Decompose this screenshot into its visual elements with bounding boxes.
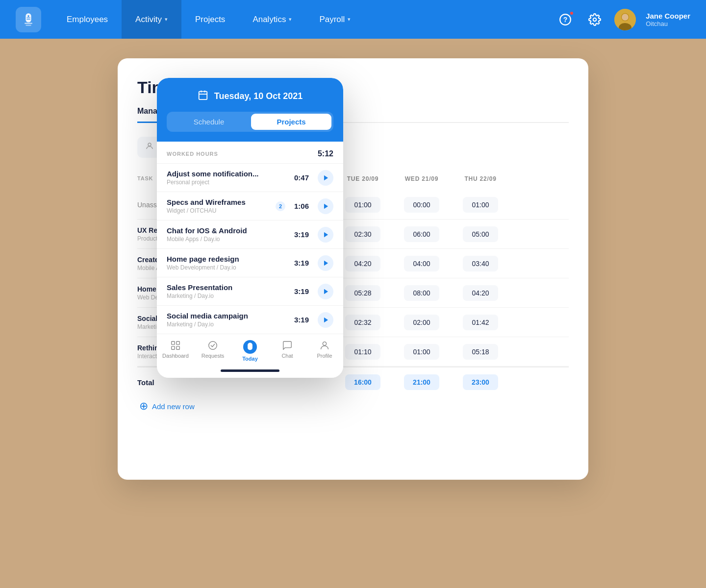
nav-projects[interactable]: Projects [181,0,239,39]
mobile-task-entry: Home page redesign Web Development / Day… [157,248,343,277]
svg-point-27 [209,342,217,350]
svg-rect-13 [199,92,207,100]
mobile-tab-schedule[interactable]: Schedule [169,114,249,130]
mobile-nav-dashboard[interactable]: Dashboard [157,340,194,362]
time-wed-2[interactable]: 06:00 [392,226,451,242]
calendar-icon [198,90,208,103]
add-icon: ⊕ [139,400,148,413]
nav-payroll[interactable]: Payroll ▾ [305,0,364,39]
total-wed: 21:00 [392,374,451,390]
mobile-overlay: Tuesday, 10 Oct 2021 Schedule Projects W… [157,78,343,378]
svg-point-2 [27,15,29,17]
mobile-tab-projects[interactable]: Projects [251,114,331,130]
nav-activity[interactable]: Activity ▾ [122,0,181,39]
analytics-chevron-icon: ▾ [289,16,292,23]
time-wed-5[interactable]: 02:00 [392,315,451,330]
svg-rect-0 [25,23,32,24]
svg-point-29 [323,342,326,345]
svg-marker-19 [324,232,328,237]
mobile-tabs: Schedule Projects [167,112,333,132]
play-button[interactable] [318,170,333,186]
play-button[interactable] [318,198,333,214]
time-thu-5[interactable]: 01:42 [451,315,510,330]
mobile-task-entry: Social media campaign Marketing / Day.io… [157,305,343,334]
help-button[interactable]: ? [555,10,575,29]
date-header-thu: THU 22/09 [451,175,510,182]
mobile-nav-requests[interactable]: Requests [194,340,231,362]
svg-marker-20 [324,260,328,266]
mobile-task-entry: Adjust some notification... Personal pro… [157,163,343,192]
settings-button[interactable] [585,10,605,29]
svg-rect-25 [172,346,175,349]
svg-marker-21 [324,289,328,294]
time-thu-2[interactable]: 05:00 [451,226,510,242]
time-thu-6[interactable]: 05:18 [451,344,510,360]
svg-point-12 [148,143,151,146]
svg-rect-23 [172,342,175,344]
home-bar [221,369,279,372]
play-button[interactable] [318,255,333,271]
time-wed-6[interactable]: 01:00 [392,344,451,360]
total-thu: 23:00 [451,374,510,390]
svg-marker-22 [324,317,328,322]
logo[interactable] [16,7,41,32]
svg-point-7 [593,18,597,21]
svg-marker-17 [324,175,328,180]
user-icon [145,142,154,153]
nav-items: Employees Activity ▾ Projects Analytics … [53,0,555,39]
mobile-bottom-nav: Dashboard Requests Today [157,334,343,366]
avatar[interactable] [614,9,636,30]
home-indicator [157,366,343,378]
mobile-header: Tuesday, 10 Oct 2021 Schedule Projects [157,78,343,142]
mobile-task-entry: Sales Presentation Marketing / Day.io 3:… [157,277,343,305]
total-tue: 16:00 [333,374,392,390]
activity-chevron-icon: ▾ [165,16,168,23]
nav-analytics[interactable]: Analytics ▾ [239,0,305,39]
svg-point-11 [622,14,629,21]
mobile-task-entry: Specs and Wireframes Widget / OITCHAU 2 … [157,192,343,220]
add-row-button[interactable]: ⊕ Add new row [137,400,569,413]
svg-marker-18 [324,203,328,209]
nav-employees[interactable]: Employees [53,0,122,39]
svg-rect-26 [176,346,179,349]
date-header-wed: WED 21/09 [392,175,451,182]
time-wed-3[interactable]: 04:00 [392,256,451,271]
user-info: Jane Cooper Oitchau [646,12,690,27]
nav-right: ? Jane Cooper Oitchau [555,9,690,30]
svg-text:?: ? [563,16,568,24]
time-thu-4[interactable]: 04:20 [451,285,510,301]
time-thu-3[interactable]: 03:40 [451,256,510,271]
play-button[interactable] [318,284,333,299]
mobile-body: WORKED HOURS 5:12 Adjust some notificati… [157,142,343,334]
play-button[interactable] [318,312,333,328]
notification-dot [569,11,574,16]
mobile-nav-chat[interactable]: Chat [269,340,306,362]
mobile-task-entry: Chat for IOS & Android Mobile Apps / Day… [157,220,343,248]
time-thu-1[interactable]: 01:00 [451,197,510,213]
top-navigation: Employees Activity ▾ Projects Analytics … [0,0,706,39]
mobile-nav-today[interactable]: Today [231,340,269,362]
play-button[interactable] [318,227,333,243]
mobile-nav-profile[interactable]: Profile [306,340,343,362]
time-wed-1[interactable]: 00:00 [392,197,451,213]
svg-rect-24 [176,342,179,344]
mobile-date-row: Tuesday, 10 Oct 2021 [167,90,333,103]
svg-rect-1 [25,24,31,25]
time-wed-4[interactable]: 08:00 [392,285,451,301]
payroll-chevron-icon: ▾ [348,16,351,23]
main-content: Timesheet Manage Approve Sidney Casper T… [0,39,706,588]
worked-hours-row: WORKED HOURS 5:12 [157,142,343,163]
